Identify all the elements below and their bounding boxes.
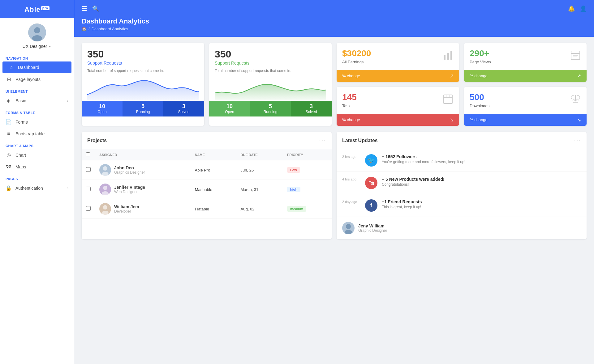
projects-title: Projects <box>87 138 107 143</box>
update-user-name: Jeny William <box>358 223 387 228</box>
sidebar-item-forms[interactable]: 📄 Forms <box>0 116 74 128</box>
update-user-item: Jeny William Graphic Designer <box>337 217 587 239</box>
svg-point-1 <box>34 27 40 33</box>
sidebar-item-label: Chart <box>15 153 68 158</box>
updates-menu-button[interactable]: ··· <box>574 137 581 144</box>
trend-up-icon: ↗ <box>577 73 581 79</box>
cube-icon: ◈ <box>6 98 12 104</box>
project-person-name: Jenifer Vintage <box>114 185 145 190</box>
notifications-button[interactable]: 🔔 <box>568 5 575 12</box>
footer-running: 5 Running <box>123 101 163 116</box>
home-breadcrumb-icon: 🏠 <box>82 27 87 31</box>
logo-pro: pro <box>41 6 50 10</box>
row-due-date: Jun, 26 <box>236 160 283 180</box>
projects-table: ASSIGNED NAME DUE DATE PRIORITY Joh <box>82 149 332 219</box>
stat-chart-blue <box>87 76 199 101</box>
col-due-date: DUE DATE <box>236 149 283 160</box>
svg-point-15 <box>102 172 109 176</box>
stat-number: 350 <box>87 49 199 60</box>
avatar <box>28 23 46 41</box>
update-user-info: Jeny William Graphic Designer <box>358 223 387 233</box>
stat-desc: Total number of support requests that co… <box>87 68 199 74</box>
stat-desc: Total number of support requests that co… <box>215 68 326 74</box>
chevron-right-icon: › <box>67 186 68 190</box>
sidebar-item-label: Maps <box>15 164 68 169</box>
row-assigned: John Deo Graphics Designer <box>95 160 191 180</box>
svg-point-2 <box>32 35 42 41</box>
compact-number: 500 <box>470 92 489 102</box>
footer-running: 5 Running <box>250 101 291 116</box>
compact-footer-task: % change ↘ <box>337 114 459 126</box>
stat-chart-green <box>215 76 326 101</box>
sidebar-item-authentication[interactable]: 🔒 Authentication › <box>0 182 74 194</box>
col-priority: PRIORITY <box>283 149 332 160</box>
logo-text: Ablepro <box>24 6 50 13</box>
sidebar-item-page-layouts[interactable]: ⊞ Page layouts › <box>0 73 74 85</box>
update-icon-twitter: 🐦 <box>365 154 377 167</box>
compact-footer-downloads: % change ↘ <box>464 114 587 126</box>
svg-point-19 <box>102 211 109 215</box>
chevron-right-icon: › <box>67 99 68 103</box>
col-assigned: ASSIGNED <box>95 149 191 160</box>
trend-down-icon: ↘ <box>450 117 454 123</box>
update-time: 2 hrs ago <box>342 155 361 159</box>
row-checkbox[interactable] <box>86 167 91 172</box>
svg-rect-5 <box>450 51 452 60</box>
pageviews-icon <box>570 50 581 63</box>
forms-icon: 📄 <box>6 119 12 125</box>
task-icon <box>442 94 454 107</box>
row-checkbox[interactable] <box>86 187 91 191</box>
row-checkbox[interactable] <box>86 206 91 211</box>
sidebar-item-label: Bootstrap table <box>15 131 68 136</box>
update-item: 2 day ago f +1 Friend Requests This is g… <box>337 194 587 217</box>
row-priority: Low <box>283 160 332 180</box>
select-all-checkbox[interactable] <box>86 152 90 156</box>
project-person-role: Developer <box>114 209 139 214</box>
username-label[interactable]: UX Designer ▼ <box>23 44 51 49</box>
search-button[interactable]: 🔍 <box>92 5 99 12</box>
sidebar-section-pages: Pages <box>0 173 74 182</box>
compact-label: Page Views <box>470 60 491 64</box>
update-title: + 1652 Followers <box>382 154 465 159</box>
hamburger-button[interactable]: ☰ <box>82 5 87 12</box>
updates-card: Latest Updates ··· 2 hrs ago 🐦 + 1652 Fo… <box>337 132 587 239</box>
sidebar-header: Ablepro <box>0 0 74 18</box>
sidebar-item-dashboard[interactable]: ⌂ Dashboard <box>2 61 71 73</box>
projects-menu-button[interactable]: ··· <box>319 137 326 144</box>
sidebar-item-label: Page layouts <box>15 77 63 82</box>
row-checkbox-cell <box>82 180 95 199</box>
priority-badge: medium <box>287 206 306 212</box>
stat-title: Support Requests <box>87 61 199 66</box>
sidebar-item-bootstrap-table[interactable]: ≡ Bootstrap table <box>0 128 74 140</box>
update-item: 2 hrs ago 🐦 + 1652 Followers You're gett… <box>337 149 587 172</box>
project-person-role: Graphics Designer <box>114 170 145 175</box>
footer-open: 10 Open <box>82 101 123 116</box>
compact-footer-earnings: % change ↗ <box>337 70 459 82</box>
sidebar-item-maps[interactable]: 🗺 Maps <box>0 161 74 173</box>
compact-footer-pageviews: % change ↗ <box>464 70 587 82</box>
priority-badge: high <box>287 187 300 192</box>
svg-point-18 <box>103 205 107 210</box>
update-desc: Congratulations! <box>382 182 445 187</box>
trend-down-icon: ↘ <box>577 117 581 123</box>
project-person-name: John Deo <box>114 165 145 170</box>
user-profile-button[interactable]: 👤 <box>580 5 587 12</box>
layout-icon: ⊞ <box>6 76 12 82</box>
projects-card: Projects ··· ASSIGNED NAME DUE DATE PRIO… <box>82 132 332 239</box>
sidebar-item-basic[interactable]: ◈ Basic › <box>0 95 74 107</box>
update-user-avatar <box>342 222 355 234</box>
svg-point-21 <box>345 230 352 234</box>
stat-card-footer: 10 Open 5 Running 3 Solved <box>82 101 204 116</box>
row-project-name: Flatable <box>191 199 236 219</box>
table-icon: ≡ <box>6 131 12 137</box>
updates-list: 2 hrs ago 🐦 + 1652 Followers You're gett… <box>337 149 587 239</box>
sidebar-item-label: Dashboard <box>18 65 66 70</box>
sidebar-section-forms-table: Forms & Table <box>0 107 74 116</box>
compact-label: All Earnings <box>342 60 371 64</box>
sidebar-item-chart[interactable]: ◷ Chart <box>0 149 74 161</box>
chevron-right-icon: › <box>67 77 68 82</box>
update-desc: You're getting more and more followers, … <box>382 160 465 164</box>
sidebar-user: UX Designer ▼ <box>0 18 74 52</box>
compact-card-task: 145 Task % chan <box>337 87 459 126</box>
project-avatar <box>99 203 111 215</box>
